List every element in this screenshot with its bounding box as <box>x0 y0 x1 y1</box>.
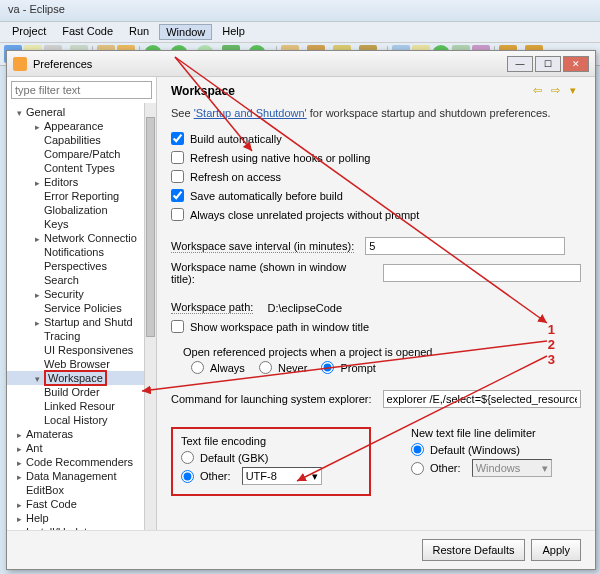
text-encoding-group: Text file encoding Default (GBK) Other: … <box>171 427 371 496</box>
forward-icon[interactable]: ⇨ <box>547 83 563 99</box>
tree-item-label: Content Types <box>44 162 115 174</box>
tree-item-amateras[interactable]: ▸Amateras <box>7 427 156 441</box>
tree-twist-icon[interactable]: ▸ <box>17 528 26 530</box>
delimiter-other-radio[interactable] <box>411 462 424 475</box>
open-ref-prompt-radio[interactable] <box>321 361 334 374</box>
tree-twist-icon[interactable]: ▸ <box>17 472 26 482</box>
tree-item-compare-patch[interactable]: Compare/Patch <box>7 147 156 161</box>
encoding-other-radio[interactable] <box>181 470 194 483</box>
workspace-name-input[interactable] <box>383 264 581 282</box>
back-icon[interactable]: ⇦ <box>529 83 545 99</box>
close-button[interactable]: ✕ <box>563 56 589 72</box>
open-ref-prompt-label: Prompt <box>340 362 375 374</box>
tree-twist-icon[interactable]: ▾ <box>35 374 44 384</box>
menu-window[interactable]: Window <box>159 24 212 40</box>
tree-item-help[interactable]: ▸Help <box>7 511 156 525</box>
tree-item-build-order[interactable]: Build Order <box>7 385 156 399</box>
tree-item-fast-code[interactable]: ▸Fast Code <box>7 497 156 511</box>
tree-twist-icon[interactable]: ▸ <box>35 318 44 328</box>
tree-twist-icon[interactable]: ▾ <box>17 108 26 118</box>
tree-twist-icon[interactable]: ▸ <box>17 500 26 510</box>
filter-input[interactable] <box>11 81 152 99</box>
annotation-1: 1 <box>548 322 555 337</box>
tree-item-label: Data Management <box>26 470 117 482</box>
tree-item-install-undate[interactable]: ▸Install/Undate <box>7 525 156 530</box>
tree-item-startup-and-shutd[interactable]: ▸Startup and Shutd <box>7 315 156 329</box>
tree-twist-icon[interactable]: ▸ <box>17 444 26 454</box>
delimiter-default-radio[interactable] <box>411 443 424 456</box>
tree-item-linked-resour[interactable]: Linked Resour <box>7 399 156 413</box>
workspace-page: Workspace ⇦ ⇨ ▾ See 'Startup and Shutdow… <box>157 77 595 530</box>
tree-item-error-reporting[interactable]: Error Reporting <box>7 189 156 203</box>
close-unrelated-checkbox[interactable] <box>171 208 184 221</box>
tree-item-local-history[interactable]: Local History <box>7 413 156 427</box>
tree-item-editbox[interactable]: EditBox <box>7 483 156 497</box>
tree-twist-icon[interactable]: ▸ <box>35 178 44 188</box>
menu-fastcode[interactable]: Fast Code <box>56 24 119 40</box>
delimiter-other-combo[interactable]: Windows▾ <box>472 459 552 477</box>
tree-item-editors[interactable]: ▸Editors <box>7 175 156 189</box>
tree-item-network-connectio[interactable]: ▸Network Connectio <box>7 231 156 245</box>
minimize-button[interactable]: — <box>507 56 533 72</box>
build-automatically-checkbox[interactable] <box>171 132 184 145</box>
tree-item-search[interactable]: Search <box>7 273 156 287</box>
tree-item-tracing[interactable]: Tracing <box>7 329 156 343</box>
tree-item-appearance[interactable]: ▸Appearance <box>7 119 156 133</box>
tree-item-data-management[interactable]: ▸Data Management <box>7 469 156 483</box>
refresh-native-checkbox[interactable] <box>171 151 184 164</box>
tree-item-label: Web Browser <box>44 358 110 370</box>
encoding-default-radio[interactable] <box>181 451 194 464</box>
tree-item-globalization[interactable]: Globalization <box>7 203 156 217</box>
tree-item-ant[interactable]: ▸Ant <box>7 441 156 455</box>
tree-item-label: Build Order <box>44 386 100 398</box>
restore-defaults-button[interactable]: Restore Defaults <box>422 539 526 561</box>
tree-item-workspace[interactable]: ▾Workspace <box>7 371 156 385</box>
dropdown-arrow-icon[interactable]: ▾ <box>565 83 581 99</box>
show-path-label: Show workspace path in window title <box>190 321 369 333</box>
tree-item-label: Perspectives <box>44 260 107 272</box>
tree-item-security[interactable]: ▸Security <box>7 287 156 301</box>
refresh-native-label: Refresh using native hooks or polling <box>190 152 370 164</box>
tree-item-notifications[interactable]: Notifications <box>7 245 156 259</box>
menu-help[interactable]: Help <box>216 24 251 40</box>
annotation-3: 3 <box>548 352 555 367</box>
tree-item-content-types[interactable]: Content Types <box>7 161 156 175</box>
open-ref-never-radio[interactable] <box>259 361 272 374</box>
menu-run[interactable]: Run <box>123 24 155 40</box>
system-explorer-input[interactable] <box>383 390 581 408</box>
tree-item-label: Notifications <box>44 246 104 258</box>
preferences-tree[interactable]: ▾General▸AppearanceCapabilitiesCompare/P… <box>7 103 156 530</box>
tree-scrollbar[interactable] <box>144 103 156 530</box>
tree-item-service-policies[interactable]: Service Policies <box>7 301 156 315</box>
open-ref-always-radio[interactable] <box>191 361 204 374</box>
encoding-other-combo[interactable]: UTF-8▾ <box>242 467 322 485</box>
tree-twist-icon[interactable]: ▸ <box>35 122 44 132</box>
tree-twist-icon[interactable]: ▸ <box>35 290 44 300</box>
tree-item-general[interactable]: ▾General <box>7 105 156 119</box>
close-unrelated-label: Always close unrelated projects without … <box>190 209 419 221</box>
tree-twist-icon[interactable]: ▸ <box>17 430 26 440</box>
save-before-build-checkbox[interactable] <box>171 189 184 202</box>
menu-project[interactable]: Project <box>6 24 52 40</box>
page-heading: Workspace <box>171 84 529 98</box>
refresh-access-checkbox[interactable] <box>171 170 184 183</box>
tree-item-perspectives[interactable]: Perspectives <box>7 259 156 273</box>
startup-shutdown-link[interactable]: 'Startup and Shutdown' <box>194 107 307 119</box>
tree-item-web-browser[interactable]: Web Browser <box>7 357 156 371</box>
maximize-button[interactable]: ☐ <box>535 56 561 72</box>
tree-twist-icon[interactable]: ▸ <box>35 234 44 244</box>
tree-item-keys[interactable]: Keys <box>7 217 156 231</box>
tree-twist-icon[interactable]: ▸ <box>17 458 26 468</box>
tree-item-label: Workspace <box>44 370 107 386</box>
tree-item-label: Network Connectio <box>44 232 137 244</box>
tree-item-ui-responsivenes[interactable]: UI Responsivenes <box>7 343 156 357</box>
dropdown-arrow-icon: ▾ <box>542 462 548 475</box>
tree-item-label: Keys <box>44 218 68 230</box>
tree-twist-icon[interactable]: ▸ <box>17 514 26 524</box>
tree-item-code-recommenders[interactable]: ▸Code Recommenders <box>7 455 156 469</box>
show-path-checkbox[interactable] <box>171 320 184 333</box>
tree-item-capabilities[interactable]: Capabilities <box>7 133 156 147</box>
tree-item-label: Appearance <box>44 120 103 132</box>
save-interval-input[interactable] <box>365 237 565 255</box>
apply-button[interactable]: Apply <box>531 539 581 561</box>
